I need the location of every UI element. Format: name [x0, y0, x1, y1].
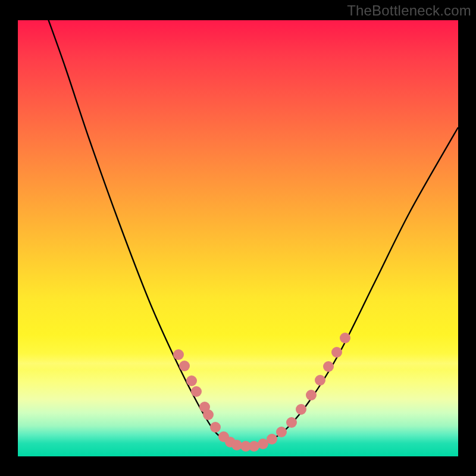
curve-dot	[203, 409, 214, 420]
curve-dot	[296, 404, 306, 415]
curve-dot	[331, 347, 342, 358]
curve-dot	[286, 417, 297, 428]
curve-dot	[276, 427, 287, 437]
curve-dots-right	[249, 333, 350, 452]
watermark-text: TheBottleneck.com	[347, 2, 471, 19]
plot-area	[18, 20, 458, 456]
chart-svg	[18, 20, 458, 456]
curve-dot	[267, 434, 277, 444]
curve-dot	[210, 422, 221, 433]
curve-dots-left	[173, 349, 251, 452]
curve-dot	[173, 349, 184, 360]
curve-dot	[179, 361, 190, 371]
curve-dot	[340, 333, 350, 343]
chart-frame: TheBottleneck.com	[0, 0, 476, 476]
curve-dot	[191, 386, 202, 397]
curve-dot	[315, 375, 325, 386]
bottleneck-curve	[46, 14, 458, 447]
curve-dot	[186, 375, 197, 386]
curve-dot	[306, 390, 317, 400]
curve-dot	[323, 361, 334, 372]
